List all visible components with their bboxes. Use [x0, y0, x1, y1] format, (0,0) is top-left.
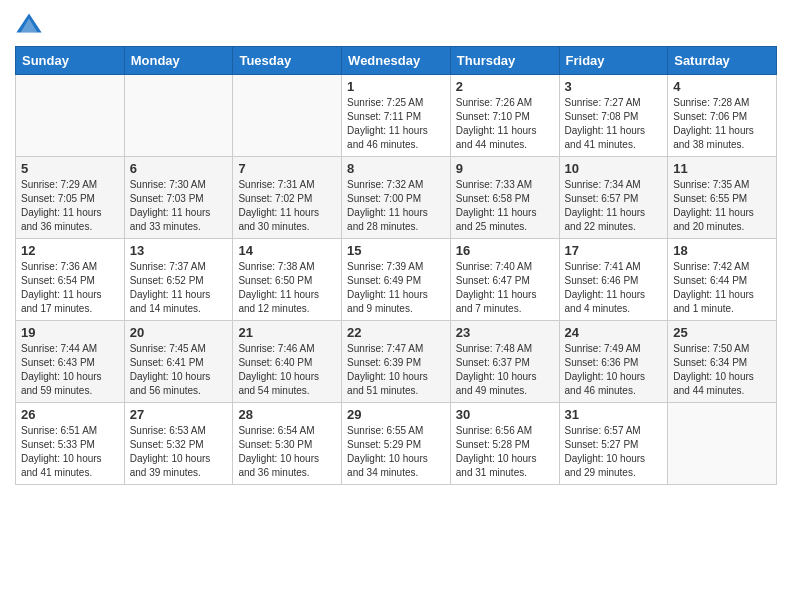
- day-number: 18: [673, 243, 771, 258]
- day-number: 16: [456, 243, 554, 258]
- calendar-day-cell: 31Sunrise: 6:57 AM Sunset: 5:27 PM Dayli…: [559, 403, 668, 485]
- calendar-day-cell: 28Sunrise: 6:54 AM Sunset: 5:30 PM Dayli…: [233, 403, 342, 485]
- day-info: Sunrise: 7:47 AM Sunset: 6:39 PM Dayligh…: [347, 342, 445, 398]
- calendar-day-cell: 3Sunrise: 7:27 AM Sunset: 7:08 PM Daylig…: [559, 75, 668, 157]
- day-number: 17: [565, 243, 663, 258]
- day-info: Sunrise: 6:51 AM Sunset: 5:33 PM Dayligh…: [21, 424, 119, 480]
- day-info: Sunrise: 6:55 AM Sunset: 5:29 PM Dayligh…: [347, 424, 445, 480]
- day-info: Sunrise: 7:32 AM Sunset: 7:00 PM Dayligh…: [347, 178, 445, 234]
- calendar-day-cell: 4Sunrise: 7:28 AM Sunset: 7:06 PM Daylig…: [668, 75, 777, 157]
- day-of-week-header: Thursday: [450, 47, 559, 75]
- day-number: 10: [565, 161, 663, 176]
- day-of-week-header: Tuesday: [233, 47, 342, 75]
- day-info: Sunrise: 7:49 AM Sunset: 6:36 PM Dayligh…: [565, 342, 663, 398]
- day-number: 29: [347, 407, 445, 422]
- day-number: 6: [130, 161, 228, 176]
- calendar-day-cell: 13Sunrise: 7:37 AM Sunset: 6:52 PM Dayli…: [124, 239, 233, 321]
- day-info: Sunrise: 6:56 AM Sunset: 5:28 PM Dayligh…: [456, 424, 554, 480]
- day-info: Sunrise: 7:41 AM Sunset: 6:46 PM Dayligh…: [565, 260, 663, 316]
- calendar-day-cell: 16Sunrise: 7:40 AM Sunset: 6:47 PM Dayli…: [450, 239, 559, 321]
- day-info: Sunrise: 7:39 AM Sunset: 6:49 PM Dayligh…: [347, 260, 445, 316]
- calendar-week-row: 19Sunrise: 7:44 AM Sunset: 6:43 PM Dayli…: [16, 321, 777, 403]
- day-number: 5: [21, 161, 119, 176]
- day-number: 11: [673, 161, 771, 176]
- calendar-week-row: 12Sunrise: 7:36 AM Sunset: 6:54 PM Dayli…: [16, 239, 777, 321]
- day-info: Sunrise: 7:28 AM Sunset: 7:06 PM Dayligh…: [673, 96, 771, 152]
- calendar-day-cell: 6Sunrise: 7:30 AM Sunset: 7:03 PM Daylig…: [124, 157, 233, 239]
- day-of-week-header: Monday: [124, 47, 233, 75]
- day-info: Sunrise: 6:57 AM Sunset: 5:27 PM Dayligh…: [565, 424, 663, 480]
- calendar-day-cell: 22Sunrise: 7:47 AM Sunset: 6:39 PM Dayli…: [342, 321, 451, 403]
- day-info: Sunrise: 7:38 AM Sunset: 6:50 PM Dayligh…: [238, 260, 336, 316]
- calendar-table: SundayMondayTuesdayWednesdayThursdayFrid…: [15, 46, 777, 485]
- calendar-day-cell: 8Sunrise: 7:32 AM Sunset: 7:00 PM Daylig…: [342, 157, 451, 239]
- day-of-week-header: Wednesday: [342, 47, 451, 75]
- calendar-week-row: 5Sunrise: 7:29 AM Sunset: 7:05 PM Daylig…: [16, 157, 777, 239]
- day-info: Sunrise: 7:29 AM Sunset: 7:05 PM Dayligh…: [21, 178, 119, 234]
- day-number: 8: [347, 161, 445, 176]
- page-header: [15, 10, 777, 38]
- day-info: Sunrise: 7:35 AM Sunset: 6:55 PM Dayligh…: [673, 178, 771, 234]
- day-number: 24: [565, 325, 663, 340]
- calendar-day-cell: 30Sunrise: 6:56 AM Sunset: 5:28 PM Dayli…: [450, 403, 559, 485]
- calendar-day-cell: 15Sunrise: 7:39 AM Sunset: 6:49 PM Dayli…: [342, 239, 451, 321]
- day-number: 7: [238, 161, 336, 176]
- day-number: 20: [130, 325, 228, 340]
- calendar-day-cell: 18Sunrise: 7:42 AM Sunset: 6:44 PM Dayli…: [668, 239, 777, 321]
- day-info: Sunrise: 6:54 AM Sunset: 5:30 PM Dayligh…: [238, 424, 336, 480]
- day-info: Sunrise: 6:53 AM Sunset: 5:32 PM Dayligh…: [130, 424, 228, 480]
- calendar-day-cell: 5Sunrise: 7:29 AM Sunset: 7:05 PM Daylig…: [16, 157, 125, 239]
- day-number: 2: [456, 79, 554, 94]
- calendar-day-cell: 21Sunrise: 7:46 AM Sunset: 6:40 PM Dayli…: [233, 321, 342, 403]
- day-number: 15: [347, 243, 445, 258]
- calendar-day-cell: 19Sunrise: 7:44 AM Sunset: 6:43 PM Dayli…: [16, 321, 125, 403]
- day-info: Sunrise: 7:26 AM Sunset: 7:10 PM Dayligh…: [456, 96, 554, 152]
- day-info: Sunrise: 7:30 AM Sunset: 7:03 PM Dayligh…: [130, 178, 228, 234]
- day-of-week-header: Saturday: [668, 47, 777, 75]
- day-info: Sunrise: 7:45 AM Sunset: 6:41 PM Dayligh…: [130, 342, 228, 398]
- calendar-day-cell: [124, 75, 233, 157]
- day-number: 27: [130, 407, 228, 422]
- day-info: Sunrise: 7:27 AM Sunset: 7:08 PM Dayligh…: [565, 96, 663, 152]
- day-of-week-header: Friday: [559, 47, 668, 75]
- day-info: Sunrise: 7:25 AM Sunset: 7:11 PM Dayligh…: [347, 96, 445, 152]
- day-info: Sunrise: 7:42 AM Sunset: 6:44 PM Dayligh…: [673, 260, 771, 316]
- day-info: Sunrise: 7:34 AM Sunset: 6:57 PM Dayligh…: [565, 178, 663, 234]
- day-number: 14: [238, 243, 336, 258]
- day-number: 30: [456, 407, 554, 422]
- calendar-day-cell: 23Sunrise: 7:48 AM Sunset: 6:37 PM Dayli…: [450, 321, 559, 403]
- day-number: 9: [456, 161, 554, 176]
- calendar-day-cell: 14Sunrise: 7:38 AM Sunset: 6:50 PM Dayli…: [233, 239, 342, 321]
- day-info: Sunrise: 7:40 AM Sunset: 6:47 PM Dayligh…: [456, 260, 554, 316]
- calendar-week-row: 1Sunrise: 7:25 AM Sunset: 7:11 PM Daylig…: [16, 75, 777, 157]
- calendar-day-cell: 7Sunrise: 7:31 AM Sunset: 7:02 PM Daylig…: [233, 157, 342, 239]
- calendar-week-row: 26Sunrise: 6:51 AM Sunset: 5:33 PM Dayli…: [16, 403, 777, 485]
- calendar-day-cell: 20Sunrise: 7:45 AM Sunset: 6:41 PM Dayli…: [124, 321, 233, 403]
- day-info: Sunrise: 7:48 AM Sunset: 6:37 PM Dayligh…: [456, 342, 554, 398]
- calendar-day-cell: 27Sunrise: 6:53 AM Sunset: 5:32 PM Dayli…: [124, 403, 233, 485]
- calendar-day-cell: 10Sunrise: 7:34 AM Sunset: 6:57 PM Dayli…: [559, 157, 668, 239]
- calendar-header-row: SundayMondayTuesdayWednesdayThursdayFrid…: [16, 47, 777, 75]
- calendar-day-cell: 26Sunrise: 6:51 AM Sunset: 5:33 PM Dayli…: [16, 403, 125, 485]
- calendar-day-cell: 24Sunrise: 7:49 AM Sunset: 6:36 PM Dayli…: [559, 321, 668, 403]
- day-number: 1: [347, 79, 445, 94]
- day-info: Sunrise: 7:44 AM Sunset: 6:43 PM Dayligh…: [21, 342, 119, 398]
- day-number: 23: [456, 325, 554, 340]
- day-number: 13: [130, 243, 228, 258]
- calendar-day-cell: 17Sunrise: 7:41 AM Sunset: 6:46 PM Dayli…: [559, 239, 668, 321]
- day-number: 22: [347, 325, 445, 340]
- day-info: Sunrise: 7:50 AM Sunset: 6:34 PM Dayligh…: [673, 342, 771, 398]
- day-info: Sunrise: 7:31 AM Sunset: 7:02 PM Dayligh…: [238, 178, 336, 234]
- calendar-day-cell: 29Sunrise: 6:55 AM Sunset: 5:29 PM Dayli…: [342, 403, 451, 485]
- day-number: 31: [565, 407, 663, 422]
- day-number: 26: [21, 407, 119, 422]
- day-number: 21: [238, 325, 336, 340]
- calendar-day-cell: [16, 75, 125, 157]
- day-info: Sunrise: 7:37 AM Sunset: 6:52 PM Dayligh…: [130, 260, 228, 316]
- calendar-day-cell: 12Sunrise: 7:36 AM Sunset: 6:54 PM Dayli…: [16, 239, 125, 321]
- day-number: 19: [21, 325, 119, 340]
- logo: [15, 10, 47, 38]
- calendar-day-cell: 25Sunrise: 7:50 AM Sunset: 6:34 PM Dayli…: [668, 321, 777, 403]
- calendar-day-cell: 9Sunrise: 7:33 AM Sunset: 6:58 PM Daylig…: [450, 157, 559, 239]
- day-number: 25: [673, 325, 771, 340]
